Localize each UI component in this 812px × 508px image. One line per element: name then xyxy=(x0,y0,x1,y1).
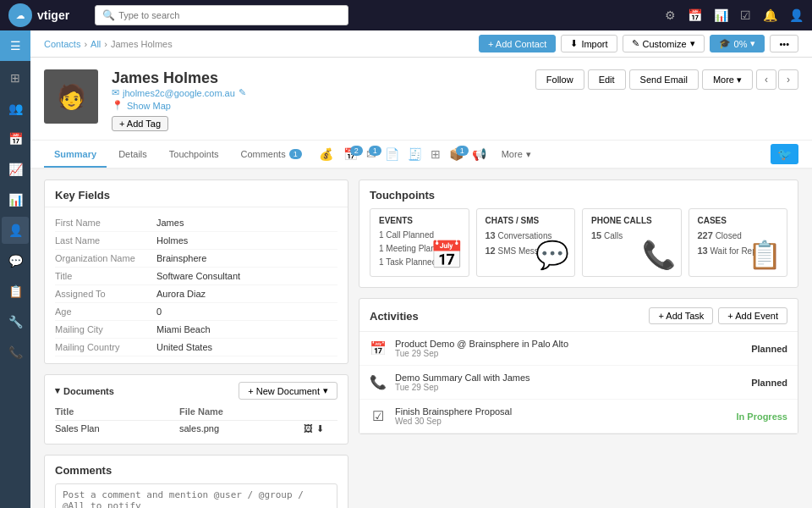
right-column: Touchpoints EVENTS 1 Call Planned 1 Meet… xyxy=(359,179,798,508)
more-chevron-icon: ▾ xyxy=(737,75,742,85)
add-task-button[interactable]: + Add Task xyxy=(649,307,713,324)
activity-status-3: In Progress xyxy=(736,411,787,422)
breadcrumb-contacts[interactable]: Contacts xyxy=(44,39,80,49)
breadcrumb-sep2: › xyxy=(104,39,107,49)
field-label-firstname: First Name xyxy=(55,218,156,228)
email-value[interactable]: jholmes2c@google.com.au xyxy=(123,88,235,98)
calendar-icon[interactable]: 📅 xyxy=(688,8,702,22)
sidebar-item-activities[interactable]: 📅 xyxy=(2,125,29,152)
tp-cases-title: CASES xyxy=(698,216,779,225)
new-doc-label: + New Document xyxy=(248,386,320,396)
key-fields-panel: Key Fields First Name James Last Name Ho… xyxy=(44,179,348,364)
notifications-icon[interactable]: 🔔 xyxy=(763,8,777,22)
email-tab-icon[interactable]: ✉ 1 xyxy=(363,141,380,168)
doc-title-value: Sales Plan xyxy=(55,423,179,434)
tab-summary-label: Summary xyxy=(54,149,96,159)
document-tab-icon[interactable]: 📄 xyxy=(381,141,403,168)
show-map-label: Show Map xyxy=(127,101,171,111)
comment-textarea[interactable] xyxy=(55,483,337,508)
field-country: Mailing Country United States xyxy=(55,339,337,356)
contact-header: 🧑 James Holmes ✉ jholmes2c@google.com.au… xyxy=(30,58,812,141)
sidebar-item-phone[interactable]: 📞 xyxy=(2,339,29,366)
sidebar-item-analytics[interactable]: 📈 xyxy=(2,156,29,183)
send-email-button[interactable]: Send Email xyxy=(629,69,699,90)
documents-toggle[interactable]: ▾ Documents xyxy=(55,385,114,396)
prev-contact-button[interactable]: ‹ xyxy=(756,69,776,90)
sidebar-item-cases[interactable]: 📋 xyxy=(2,278,29,305)
calendar-tab-icon[interactable]: 📅 2 xyxy=(340,141,361,168)
sidebar-item-home[interactable]: ☰ xyxy=(0,30,30,61)
tp-chats-bg-icon: 💬 xyxy=(535,239,569,271)
field-lastname: Last Name Holmes xyxy=(55,232,337,250)
customize-button[interactable]: ✎ Customize ▾ xyxy=(623,35,705,52)
touchpoint-phonecalls: PHONE CALLS 15 Calls 📞 xyxy=(582,208,682,277)
tasks-icon[interactable]: ☑ xyxy=(740,8,751,22)
comments-panel: Comments 📎 Attach Files 0 Post xyxy=(44,455,348,508)
activity-status-2: Planned xyxy=(751,378,787,388)
customize-label: Customize xyxy=(643,39,687,49)
sidebar-item-chat[interactable]: 💬 xyxy=(2,247,29,274)
map-pin-icon: 📍 xyxy=(112,100,123,111)
import-button[interactable]: ⬇ Import xyxy=(561,35,617,52)
contact-map-link[interactable]: 📍 Show Map xyxy=(112,100,522,111)
sidebar-item-contacts[interactable]: 👥 xyxy=(2,95,29,122)
add-event-button[interactable]: + Add Event xyxy=(718,307,787,324)
field-value-age: 0 xyxy=(156,306,162,317)
percentage-button[interactable]: 🎓 0% ▾ xyxy=(710,35,765,52)
grid-tab-icon[interactable]: ⊞ xyxy=(427,141,444,168)
breadcrumb-all[interactable]: All xyxy=(91,39,101,49)
touchpoint-chats: CHATS / SMS 13 Conversations 12 SMS Mess… xyxy=(476,208,576,277)
doc-row-actions: 🖼 ⬇ xyxy=(304,423,337,434)
new-document-button[interactable]: + New Document ▾ xyxy=(239,382,337,400)
chart-icon[interactable]: 📊 xyxy=(714,8,728,22)
field-city: Mailing City Miami Beach xyxy=(55,321,337,339)
field-age: Age 0 xyxy=(55,303,337,321)
app-logo: ☁ vtiger xyxy=(8,3,69,27)
tab-summary[interactable]: Summary xyxy=(44,142,107,168)
doc-image-icon[interactable]: 🖼 xyxy=(304,423,313,434)
megaphone-tab-icon[interactable]: 📢 xyxy=(469,141,490,168)
tab-touchpoints-label: Touchpoints xyxy=(169,149,219,159)
tab-comments[interactable]: Comments 1 xyxy=(230,142,311,168)
contact-avatar: 🧑 xyxy=(44,69,98,124)
field-org: Organization Name Brainsphere xyxy=(55,250,337,268)
touchpoints-panel: Touchpoints EVENTS 1 Call Planned 1 Meet… xyxy=(359,179,798,288)
more-dots-button[interactable]: ••• xyxy=(770,35,798,52)
activity-row-1: 📅 Product Demo @ Brainsphere in Palo Alt… xyxy=(359,332,798,366)
doc-col-filename-header: File Name xyxy=(179,406,304,417)
search-bar[interactable]: 🔍 xyxy=(95,5,348,25)
touchpoints-title: Touchpoints xyxy=(359,180,798,208)
dollar-icon[interactable]: 💰 xyxy=(314,141,338,168)
activities-panel: Activities + Add Task + Add Event 📅 Prod… xyxy=(359,298,798,434)
tab-touchpoints[interactable]: Touchpoints xyxy=(159,142,229,168)
edit-email-icon[interactable]: ✎ xyxy=(239,87,246,98)
more-button[interactable]: More ▾ xyxy=(702,69,753,90)
products-tab-icon[interactable]: 📦 1 xyxy=(446,141,467,168)
invoice-tab-icon[interactable]: 🧾 xyxy=(404,141,425,168)
tp-events-bg-icon: 📅 xyxy=(430,239,464,271)
twitter-button[interactable]: 🐦 xyxy=(771,144,798,164)
edit-button[interactable]: Edit xyxy=(588,69,626,90)
add-tag-button[interactable]: + Add Tag xyxy=(112,116,168,131)
doc-download-icon[interactable]: ⬇ xyxy=(316,423,324,434)
touchpoint-events: EVENTS 1 Call Planned 1 Meeting Planned … xyxy=(370,208,469,277)
nav-arrows: ‹ › xyxy=(756,69,798,90)
tab-details[interactable]: Details xyxy=(108,142,157,168)
tab-more[interactable]: More ▾ xyxy=(491,142,541,168)
profile-icon[interactable]: 👤 xyxy=(789,8,804,22)
content-area: Key Fields First Name James Last Name Ho… xyxy=(30,169,812,508)
search-input[interactable] xyxy=(118,10,341,20)
chevron-down-icon: ▾ xyxy=(690,38,695,49)
follow-button[interactable]: Follow xyxy=(535,69,584,90)
main-content: Contacts › All › James Holmes + Add Cont… xyxy=(30,30,812,508)
left-column: Key Fields First Name James Last Name Ho… xyxy=(44,179,348,508)
activity-date-2: Tue 29 Sep xyxy=(395,383,743,392)
sidebar-item-people[interactable]: 👤 xyxy=(2,217,29,244)
contact-info: James Holmes ✉ jholmes2c@google.com.au ✎… xyxy=(112,69,522,131)
sidebar-item-dashboard[interactable]: ⊞ xyxy=(2,64,29,91)
settings-icon[interactable]: ⚙ xyxy=(665,8,676,22)
sidebar-item-reports[interactable]: 📊 xyxy=(2,186,29,213)
sidebar-item-tools[interactable]: 🔧 xyxy=(2,308,29,335)
add-contact-button[interactable]: + Add Contact xyxy=(479,35,556,52)
next-contact-button[interactable]: › xyxy=(778,69,798,90)
